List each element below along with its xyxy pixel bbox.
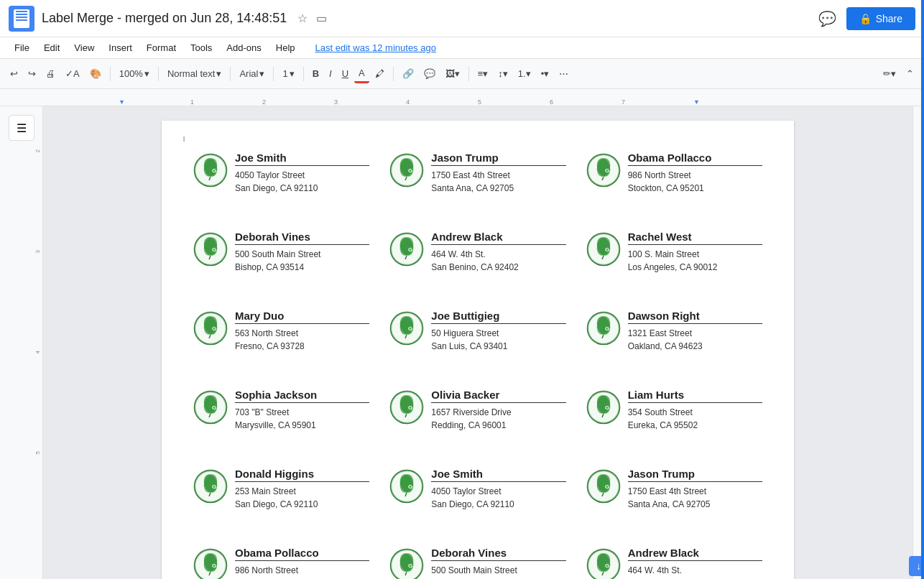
blue-accent-bar	[921, 0, 924, 579]
separator-6	[393, 67, 394, 81]
print-button[interactable]: 🖨	[42, 65, 60, 82]
label-cell: G Obama Pollacco986 North Street Stockto…	[576, 144, 772, 223]
label-logo-icon: G	[586, 469, 621, 504]
svg-text:G: G	[408, 562, 412, 569]
label-cell: G Sophia Jackson703 "B" Street Marysvill…	[183, 381, 379, 460]
label-address: 1657 Riverside Drive Redding, CA 96001	[431, 406, 565, 432]
menu-edit[interactable]: Edit	[38, 40, 65, 56]
label-cell: G Rachel West100 S. Main Street Los Ange…	[576, 223, 772, 302]
svg-text:G: G	[212, 246, 216, 253]
menu-addons[interactable]: Add-ons	[221, 40, 267, 56]
document-area[interactable]: | G Joe Smith4050 Taylor Street San Dieg…	[43, 106, 913, 579]
label-cell: G Joe Smith4050 Taylor Street San Diego,…	[183, 144, 379, 223]
lock-icon: 🔒	[859, 13, 872, 24]
label-address: 986 North Street Stockton, CA 95201	[628, 169, 762, 195]
label-name: Dawson Right	[628, 310, 762, 324]
more-button[interactable]: ⋯	[555, 65, 573, 82]
label-logo-icon: G	[389, 232, 424, 267]
line-spacing-button[interactable]: ↕▾	[494, 65, 512, 82]
undo-button[interactable]: ↩	[6, 65, 22, 82]
redo-button[interactable]: ↪	[24, 65, 40, 82]
menu-file[interactable]: File	[9, 40, 35, 56]
zoom-dropdown[interactable]: 100% ▾	[115, 65, 154, 82]
label-address: 986 North Street Stockton, CA 95201	[235, 564, 369, 579]
paint-format-button[interactable]: 🎨	[86, 65, 106, 82]
label-logo-icon: G	[389, 311, 424, 346]
label-cell: G Donald Higgins253 Main Street San Dieg…	[183, 460, 379, 539]
label-address: 703 "B" Street Marysville, CA 95901	[235, 406, 369, 432]
label-cell: G Deborah Vines500 South Main Street Bis…	[379, 539, 576, 579]
svg-text:G: G	[605, 483, 609, 490]
label-content: Olivia Backer1657 Riverside Drive Reddin…	[431, 389, 565, 432]
label-address: 4050 Taylor Street San Diego, CA 92110	[431, 485, 565, 511]
text-color-button[interactable]: A	[354, 65, 369, 83]
italic-button[interactable]: I	[325, 65, 336, 82]
menu-tools[interactable]: Tools	[185, 40, 218, 56]
last-edit-link[interactable]: Last edit was 12 minutes ago	[315, 42, 436, 53]
label-logo-icon: G	[389, 390, 424, 425]
font-dropdown[interactable]: Arial ▾	[235, 65, 269, 82]
label-address: 1321 East Street Oakland, CA 94623	[628, 327, 762, 353]
label-logo-icon: G	[586, 390, 621, 425]
label-address: 1750 East 4th Street Santa Ana, CA 92705	[431, 169, 565, 195]
link-button[interactable]: 🔗	[398, 65, 418, 82]
label-logo-icon: G	[389, 153, 424, 187]
folder-icon[interactable]: ▭	[314, 11, 328, 26]
label-content: Obama Pollacco986 North Street Stockton,…	[628, 152, 762, 195]
ruler: ▼ 1 2 3 4 5 6 7 ▼	[0, 89, 924, 106]
label-address: 464 W. 4th St. San Benino, CA 92402	[431, 248, 565, 274]
share-button[interactable]: 🔒 Share	[846, 7, 915, 30]
label-cell: G Jason Trump1750 East 4th Street Santa …	[576, 460, 772, 539]
label-name: Joe Smith	[431, 468, 565, 482]
image-button[interactable]: 🖼▾	[441, 65, 464, 82]
left-panel: ☰ 2 3 4 5	[0, 106, 43, 579]
label-address: 354 South Street Eureka, CA 95502	[628, 406, 762, 432]
bold-button[interactable]: B	[308, 65, 323, 82]
menu-view[interactable]: View	[68, 40, 100, 56]
separator-3	[230, 67, 231, 81]
highlight-button[interactable]: 🖍	[371, 65, 389, 82]
label-logo-icon: G	[586, 548, 621, 579]
bulleted-list-button[interactable]: •▾	[537, 65, 554, 82]
svg-text:G: G	[212, 562, 216, 569]
label-content: Jason Trump1750 East 4th Street Santa An…	[628, 468, 762, 511]
label-address: 100 S. Main Street Los Angeles, CA 90012	[628, 248, 762, 274]
text-style-dropdown[interactable]: Normal text ▾	[163, 65, 226, 82]
label-cell: G Andrew Black464 W. 4th St. San Benino,…	[379, 223, 576, 302]
label-name: Olivia Backer	[431, 389, 565, 403]
numbered-list-button[interactable]: 1.▾	[514, 65, 535, 82]
comment-button[interactable]: 💬	[420, 65, 440, 82]
label-address: 50 Higuera Street San Luis, CA 93401	[431, 327, 565, 353]
menu-insert[interactable]: Insert	[103, 40, 138, 56]
menu-format[interactable]: Format	[141, 40, 182, 56]
chat-button[interactable]: 💬	[815, 6, 841, 32]
svg-text:G: G	[212, 325, 216, 332]
spellcheck-button[interactable]: ✓A	[61, 65, 84, 82]
label-address: 500 South Main Street Bishop, CA 93514	[431, 564, 565, 579]
svg-text:G: G	[408, 404, 412, 411]
ruler-inner: ▼ 1 2 3 4 5 6 7 ▼	[119, 89, 765, 106]
doc-app-icon	[9, 6, 34, 32]
chevron-down-icon-3: ▾	[259, 68, 264, 79]
collapse-button[interactable]: ⌃	[902, 65, 918, 82]
separator-1	[110, 67, 111, 81]
align-button[interactable]: ≡▾	[473, 65, 493, 82]
outline-button[interactable]: ☰	[9, 115, 34, 141]
label-cell: G Joe Buttigieg50 Higuera Street San Lui…	[379, 302, 576, 381]
star-icon[interactable]: ☆	[295, 11, 310, 26]
label-logo-icon: G	[586, 232, 621, 267]
underline-button[interactable]: U	[338, 65, 353, 82]
svg-text:G: G	[212, 404, 216, 411]
label-name: Andrew Black	[628, 547, 762, 561]
label-address: 1750 East 4th Street Santa Ana, CA 92705	[628, 485, 762, 511]
label-name: Mary Duo	[235, 310, 369, 324]
label-cell: G Jason Trump1750 East 4th Street Santa …	[379, 144, 576, 223]
label-logo-icon: G	[193, 548, 228, 579]
pen-button[interactable]: ✏▾	[879, 65, 900, 82]
label-name: Andrew Black	[431, 231, 565, 245]
cursor: |	[183, 135, 772, 142]
label-content: Mary Duo563 North Street Fresno, CA 9372…	[235, 310, 369, 353]
label-cell: G Liam Hurts354 South Street Eureka, CA …	[576, 381, 772, 460]
font-size-dropdown[interactable]: 1 ▾	[278, 65, 298, 82]
menu-help[interactable]: Help	[270, 40, 301, 56]
